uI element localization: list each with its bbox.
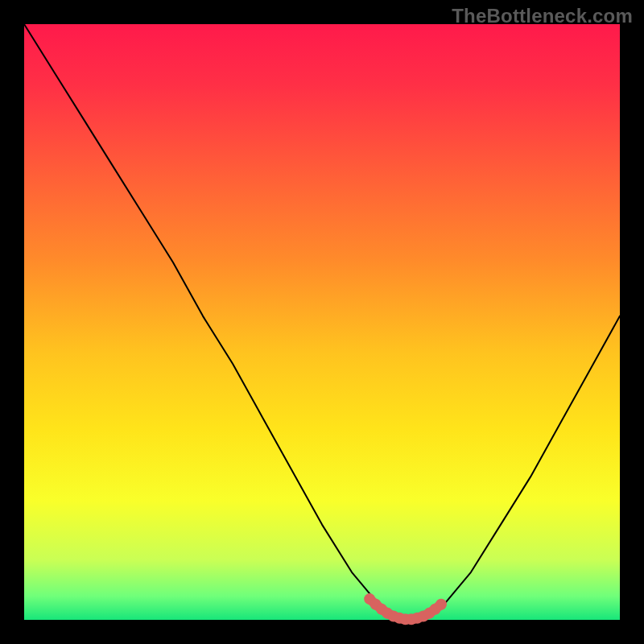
optimal-range-dot (436, 599, 447, 610)
watermark-text: TheBottleneck.com (452, 5, 633, 27)
plot-area (24, 24, 620, 620)
bottleneck-chart (0, 0, 644, 644)
chart-stage: TheBottleneck.com (0, 0, 644, 644)
